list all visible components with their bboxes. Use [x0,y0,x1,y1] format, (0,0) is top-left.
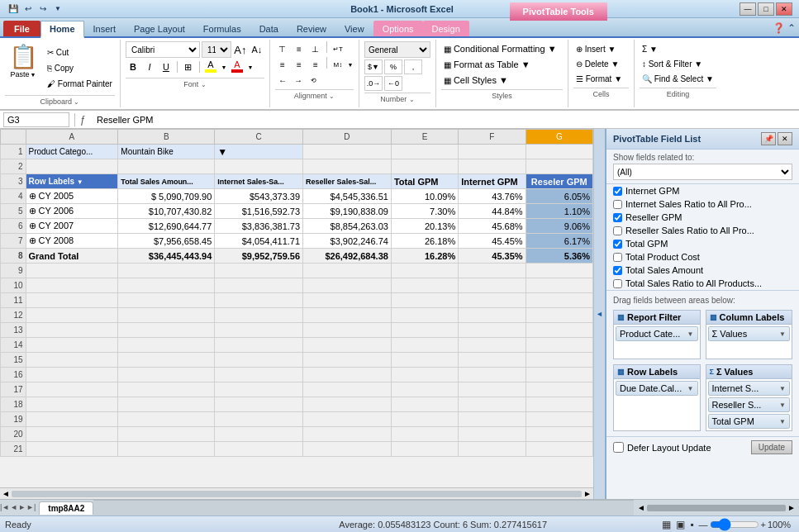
zoom-slider[interactable] [710,521,759,528]
internet-s-tag[interactable]: Internet S... ▼ [708,381,791,396]
field-item-reseller-sales-ratio[interactable]: Reseller Sales Ratio to All Pro... [606,224,799,237]
cell-G3[interactable]: Reseler GPM [526,174,592,189]
cell-B7[interactable]: $7,956,658.45 [118,234,215,249]
field-item-reseller-gpm[interactable]: Reseller GPM [606,211,799,224]
restore-btn[interactable]: □ [758,2,774,16]
hscroll-right-btn[interactable]: ► [787,503,796,512]
cell-C3[interactable]: Internet Sales-Sa... [215,174,303,189]
values-dropdown[interactable]: ▼ [779,330,786,338]
increase-font-btn[interactable]: A↑ [233,42,248,57]
zoom-in-btn[interactable]: + [761,520,766,530]
cell-G4[interactable]: 6.05% [526,189,592,204]
zoom-out-btn[interactable]: — [699,520,708,530]
cell-D4[interactable]: $4,545,336.51 [303,189,392,204]
format-as-table-btn[interactable]: ▦ Format as Table ▼ [441,57,563,72]
cell-G7[interactable]: 6.17% [526,234,592,249]
cell-C2[interactable] [215,159,303,174]
cell-D6[interactable]: $8,854,263.03 [303,219,392,234]
pivot-pin-btn[interactable]: 📌 [761,132,776,145]
format-painter-button[interactable]: 🖌 Format Painter [45,76,115,91]
cell-D3[interactable]: Reseller Sales-Sal... [303,174,392,189]
hscroll-left-btn[interactable]: ◄ [637,503,645,512]
cell-G1[interactable] [526,145,592,159]
defer-checkbox[interactable] [613,442,624,453]
autosum-btn[interactable]: Σ ▼ [640,41,716,56]
total-gpm-dropdown[interactable]: ▼ [779,418,786,425]
cell-reference-box[interactable] [3,112,69,127]
sort-filter-btn[interactable]: ↕ Sort & Filter ▼ [640,56,716,71]
copy-button[interactable]: ⎘ Copy [45,60,115,75]
redo-icon[interactable]: ↪ [36,2,50,16]
fill-dropdown[interactable]: ▼ [220,59,228,74]
indent-decrease-btn[interactable]: ← [275,73,290,88]
field-item-internet-gpm[interactable]: Internet GPM [606,184,799,197]
close-btn[interactable]: ✕ [776,2,792,16]
tab-review[interactable]: Review [288,21,335,36]
cell-E4[interactable]: 10.09% [391,189,458,204]
number-format-selector[interactable]: General [364,41,430,58]
cell-F7[interactable]: 45.45% [459,234,526,249]
cell-C8[interactable]: $9,952,759.56 [215,249,303,264]
wrap-text-btn[interactable]: ↵T [331,41,345,56]
font-color-button[interactable]: A [230,59,245,74]
undo-icon[interactable]: ↩ [21,2,35,16]
currency-btn[interactable]: $▼ [364,59,383,74]
delete-btn[interactable]: ⊖ Delete ▼ [573,56,629,71]
cell-A3[interactable]: Row Labels ▼ [26,174,118,189]
product-cate-tag[interactable]: Product Cate... ▼ [616,326,698,341]
tab-view[interactable]: View [335,21,373,36]
decrease-decimal-btn[interactable]: ←0 [384,76,402,91]
format-btn[interactable]: ☰ Format ▼ [573,71,629,86]
product-cate-dropdown[interactable]: ▼ [687,330,694,338]
cell-F6[interactable]: 45.68% [459,219,526,234]
values-tag[interactable]: Σ Values ▼ [708,326,791,341]
internet-s-dropdown[interactable]: ▼ [779,385,786,392]
cell-E2[interactable] [391,159,458,174]
tab-file[interactable]: File [3,21,40,36]
page-break-view-btn[interactable]: ▪ [690,519,693,530]
cell-B4[interactable]: $ 5,090,709.90 [118,189,215,204]
find-select-btn[interactable]: 🔍 Find & Select ▼ [640,71,716,86]
align-center-btn[interactable]: ≡ [292,57,307,72]
reseller-s-tag[interactable]: Reseller S... ▼ [708,397,791,412]
due-date-dropdown[interactable]: ▼ [687,385,694,392]
function-wizard-icon[interactable]: ƒ [80,114,93,126]
col-header-C[interactable]: C [215,130,303,145]
pivot-close-btn[interactable]: ✕ [778,132,792,145]
field-item-total-sales-ratio[interactable]: Total Sales Ratio to All Products... [606,277,799,290]
formula-input[interactable] [97,112,796,127]
cell-B3[interactable]: Total Sales Amoun... [118,174,215,189]
cell-E3[interactable]: Total GPM [391,174,458,189]
cell-C1[interactable]: ▼ [215,145,303,159]
bold-button[interactable]: B [126,59,140,74]
tab-formulas[interactable]: Formulas [194,21,250,36]
align-bottom-btn[interactable]: ⊥ [308,41,323,56]
increase-decimal-btn[interactable]: .0→ [364,76,383,91]
cut-button[interactable]: ✂ Cut [45,45,115,59]
tab-page-layout[interactable]: Page Layout [125,21,194,36]
cell-B8[interactable]: $36,445,443.94 [118,249,215,264]
cell-G5[interactable]: 1.10% [526,204,592,219]
cell-A6[interactable]: ⊕ CY 2007 [26,219,118,234]
cell-G6[interactable]: 9.06% [526,219,592,234]
insert-btn[interactable]: ⊕ Insert ▼ [573,41,629,56]
field-item-internet-sales-ratio[interactable]: Internet Sales Ratio to All Pro... [606,197,799,211]
align-top-btn[interactable]: ⊤ [275,41,290,56]
cell-B1[interactable]: Mountain Bike [118,145,215,159]
cell-G8[interactable]: 5.36% [526,249,592,264]
col-header-E[interactable]: E [391,130,458,145]
col-header-A[interactable]: A [26,130,118,145]
first-tab-arrow[interactable]: |◄ [0,503,9,511]
minimize-ribbon-btn[interactable]: ⌃ [787,22,796,34]
reseller-s-dropdown[interactable]: ▼ [779,401,786,409]
tab-data[interactable]: Data [250,21,288,36]
cell-C5[interactable]: $1,516,592.73 [215,204,303,219]
paste-button[interactable]: 📋 Paste ▼ [5,41,41,80]
cell-A7[interactable]: ⊕ CY 2008 [26,234,118,249]
cell-B6[interactable]: $12,690,644.77 [118,219,215,234]
cell-E1[interactable] [391,145,458,159]
align-middle-btn[interactable]: ≡ [292,41,307,56]
page-layout-view-btn[interactable]: ▣ [676,519,685,530]
font-selector[interactable]: Calibri [126,41,200,58]
underline-button[interactable]: U [159,59,174,74]
